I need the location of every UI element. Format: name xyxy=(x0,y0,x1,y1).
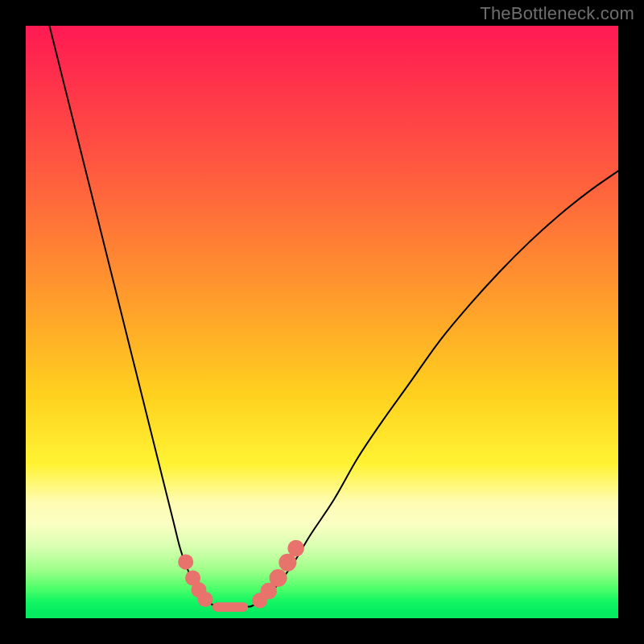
marker-right-dot-mid xyxy=(269,569,287,587)
watermark-text: TheBottleneck.com xyxy=(480,3,634,24)
series-left-curve xyxy=(49,26,215,606)
plot-area xyxy=(26,26,618,618)
chart-frame: TheBottleneck.com xyxy=(0,0,644,644)
marker-flat-pill xyxy=(213,602,248,612)
curves-svg xyxy=(26,26,618,618)
marker-right-dot-top xyxy=(287,540,304,557)
series-right-curve xyxy=(251,171,618,606)
marker-left-dot-bottom xyxy=(197,592,213,607)
marker-left-dot-upper xyxy=(178,555,193,570)
